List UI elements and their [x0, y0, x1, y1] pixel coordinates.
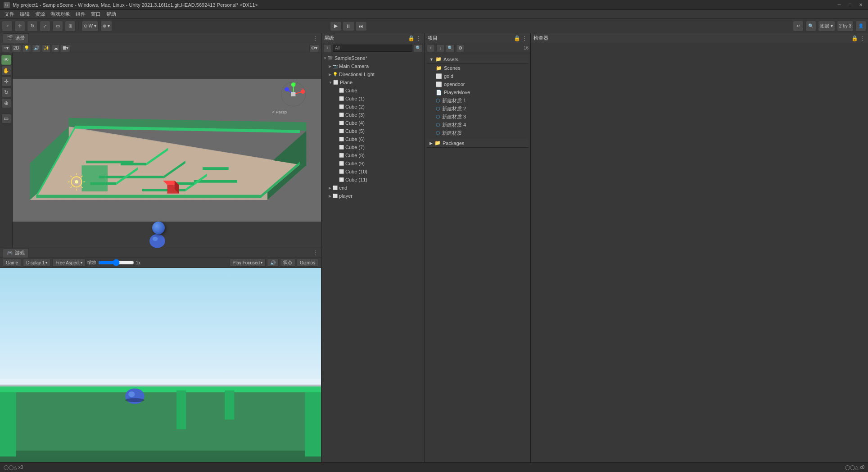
rect-scene-tool[interactable]: ▭: [1, 113, 11, 123]
hierarchy-item-directionalLight[interactable]: ▶ 💡 Directional Light: [321, 70, 425, 78]
play-focused-btn[interactable]: Play Focused ▾: [230, 259, 266, 267]
hierarchy-search-btn[interactable]: 🔍: [414, 44, 423, 52]
project-opendoor[interactable]: ⬜ opendoor: [427, 80, 529, 88]
project-lock-btn[interactable]: 🔒: [514, 35, 520, 41]
project-gold[interactable]: ⬜ gold: [427, 72, 529, 80]
project-mat3[interactable]: ⬡ 新建材质 3: [427, 113, 529, 121]
collab-btn[interactable]: ↩: [793, 21, 804, 32]
hierarchy-item-cube3[interactable]: ⬜ Cube (3): [321, 111, 425, 119]
menu-window[interactable]: 窗口: [88, 10, 104, 18]
inspector-menu-btn[interactable]: ⋮: [859, 35, 865, 42]
hierarchy-item-mainCamera[interactable]: ▶ 📷 Main Camera: [321, 62, 425, 70]
zoom-tool[interactable]: ⊕: [1, 98, 11, 108]
project-add-btn[interactable]: +: [427, 44, 435, 52]
rect-tool-btn[interactable]: ▭: [52, 21, 63, 32]
hierarchy-add-btn[interactable]: +: [323, 44, 331, 52]
hierarchy-lock-btn[interactable]: 🔒: [408, 35, 415, 41]
pause-btn[interactable]: ⏸: [343, 21, 354, 31]
hierarchy-item-cube1[interactable]: ⬜ Cube (1): [321, 95, 425, 103]
project-search-btn[interactable]: 🔍: [446, 44, 455, 52]
project-filter-btn[interactable]: ⚙: [456, 44, 464, 52]
scene-draw-mode-btn[interactable]: ≡▾: [2, 44, 10, 52]
pivot-btn[interactable]: ⊙ W ▾: [81, 21, 99, 32]
hierarchy-item-cube11[interactable]: ⬜ Cube (11): [321, 176, 425, 184]
hierarchy-icon-cube4: ⬜: [339, 120, 344, 126]
scene-grid-btn[interactable]: ≣▾: [61, 44, 70, 52]
mat1-icon: ⬡: [436, 98, 440, 104]
hierarchy-item-cube8[interactable]: ⬜ Cube (8): [321, 151, 425, 159]
hierarchy-item-player[interactable]: ▶ ⬜ player: [321, 192, 425, 200]
hierarchy-item-cube2[interactable]: ⬜ Cube (2): [321, 103, 425, 111]
scene-fx-btn[interactable]: ✨: [42, 44, 51, 52]
hierarchy-label-cube5: Cube (5): [345, 128, 365, 134]
packages-folder[interactable]: ▶ 📁 Packages: [427, 139, 529, 148]
game-stats-btn[interactable]: 状态: [280, 259, 295, 267]
scene-2d-btn[interactable]: 2D: [12, 44, 21, 52]
scene-gizmos-btn[interactable]: ⚙▾: [309, 44, 319, 52]
hierarchy-item-end[interactable]: ▶ ⬜ end: [321, 184, 425, 192]
menu-assets[interactable]: 资源: [32, 10, 48, 18]
hand-tool-btn[interactable]: ☞: [2, 21, 13, 32]
maximize-btn[interactable]: □: [846, 1, 854, 9]
hierarchy-item-plane[interactable]: ▼ ⬜ Plane: [321, 78, 425, 86]
cloud-btn[interactable]: 🔍: [805, 21, 816, 32]
project-menu-btn[interactable]: ⋮: [521, 35, 528, 42]
display-btn[interactable]: Display 1 ▾: [23, 259, 50, 267]
transform-tool-btn[interactable]: ⊞: [65, 21, 76, 32]
hierarchy-menu-btn[interactable]: ⋮: [416, 35, 422, 42]
project-mat1[interactable]: ⬡ 新建材质 1: [427, 96, 529, 104]
scene-menu-btn[interactable]: ⋮: [312, 35, 318, 42]
scene-canvas[interactable]: X Y Z: [13, 53, 321, 248]
move-scene-tool[interactable]: ✛: [1, 77, 11, 86]
gizmos-btn[interactable]: Gizmos: [297, 259, 318, 267]
layers-btn[interactable]: 图层 ▾: [818, 21, 835, 32]
aspect-btn[interactable]: Free Aspect ▾: [52, 259, 85, 267]
minimize-btn[interactable]: ─: [836, 1, 843, 9]
scene-light-btn[interactable]: 💡: [22, 44, 31, 52]
hierarchy-item-cube9[interactable]: ⬜ Cube (9): [321, 159, 425, 168]
rotate-tool-btn[interactable]: ↻: [27, 21, 38, 32]
hand-scene-tool[interactable]: ✋: [1, 66, 11, 76]
game-tab[interactable]: 🎮 游戏: [3, 248, 29, 258]
game-menu-btn[interactable]: ⋮: [312, 249, 318, 256]
hierarchy-item-cube10[interactable]: ⬜ Cube (10): [321, 168, 425, 176]
orbit-tool[interactable]: ↻: [1, 87, 11, 97]
project-mat4[interactable]: ⬡ 新建材质 4: [427, 121, 529, 129]
project-mat5[interactable]: ⬡ 新建材质: [427, 129, 529, 137]
menu-edit[interactable]: 编辑: [17, 10, 32, 18]
hierarchy-item-cube7[interactable]: ⬜ Cube (7): [321, 143, 425, 151]
hierarchy-item-cube4[interactable]: ⬜ Cube (4): [321, 119, 425, 127]
hierarchy-search-input[interactable]: [333, 45, 412, 52]
project-scenes[interactable]: 📁 Scenes: [427, 64, 529, 72]
project-playermove[interactable]: 📄 PlayerMove: [427, 88, 529, 96]
menu-help[interactable]: 帮助: [104, 10, 119, 18]
close-btn[interactable]: ✕: [857, 1, 864, 9]
eye-tool[interactable]: 👁: [1, 55, 11, 65]
menu-gameobject[interactable]: 游戏对象: [48, 10, 73, 18]
account-btn[interactable]: 👤: [855, 21, 866, 32]
step-btn[interactable]: ⏭: [355, 21, 367, 31]
scene-audio-btn[interactable]: 🔊: [32, 44, 41, 52]
tree-arrow-player: ▶: [329, 194, 331, 198]
menu-file[interactable]: 文件: [2, 10, 17, 18]
layout-btn[interactable]: 2 by 3: [837, 21, 854, 32]
project-import-btn[interactable]: ↓: [436, 44, 444, 52]
hierarchy-item-sampleScene[interactable]: ▼ 🎬 SampleScene*: [321, 54, 425, 62]
play-btn[interactable]: ▶: [330, 21, 342, 31]
hierarchy-item-cube5[interactable]: ⬜ Cube (5): [321, 127, 425, 135]
scene-hidden-btn[interactable]: ☁: [52, 44, 60, 52]
sound-btn[interactable]: 🔊: [267, 259, 279, 267]
hierarchy-item-cube6[interactable]: ⬜ Cube (6): [321, 135, 425, 143]
project-label: 项目: [428, 35, 438, 41]
scale-slider[interactable]: [98, 260, 134, 265]
game-tab-btn[interactable]: Game: [3, 259, 21, 267]
assets-folder[interactable]: ▼ 📁 Assets: [427, 55, 529, 64]
project-mat2[interactable]: ⬡ 新建材质 2: [427, 104, 529, 113]
move-tool-btn[interactable]: ✛: [14, 21, 25, 32]
scene-tab[interactable]: 🎬 场景: [3, 33, 29, 43]
inspector-lock-btn[interactable]: 🔒: [851, 35, 858, 41]
hierarchy-item-cube[interactable]: ⬜ Cube: [321, 86, 425, 95]
menu-component[interactable]: 组件: [73, 10, 88, 18]
global-btn[interactable]: ⊕ ▾: [100, 21, 112, 32]
scale-tool-btn[interactable]: ⤢: [40, 21, 50, 32]
